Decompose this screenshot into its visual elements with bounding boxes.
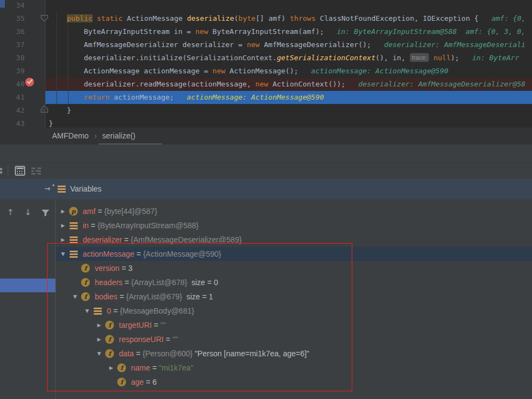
line-number-40[interactable]: 40 [0,78,25,91]
line-number-36[interactable]: 36 [0,25,25,38]
layout-settings-icon[interactable] [31,167,41,175]
code-token: } [49,119,53,128]
code-token: ByteArrayInputStream in = [84,27,196,36]
parameter-icon: p [67,207,79,216]
code-token: return [84,93,110,101]
code-line-41: return actionMessage; actionMessage: Act… [45,91,532,104]
variable-type-ref: {byte[44]@587} [104,207,157,216]
focus-pin-icon[interactable]: → [44,184,54,193]
equals-sign: = [89,221,98,230]
breadcrumb: AMFDemo›serialize() [0,128,532,144]
code-token: ByteArrayInputStream(amf); [208,27,324,36]
code-line-40: deserializer.readMessage(actionMessage, … [45,78,532,91]
code-token: new [213,67,225,75]
code-token: } [67,106,71,114]
variable-type-ref: {ByteArrayInputStream@588} [98,221,199,230]
debug-toolbar [0,163,532,179]
code-token [429,54,433,62]
line-number-39[interactable]: 39 [0,65,25,78]
code-token: ); [451,54,460,62]
line-number-38[interactable]: 38 [0,51,25,65]
parameter-name-hint: trace: [410,53,430,62]
code-editor: public static ActionMessage deserialize(… [0,0,532,128]
breakpoint-icon[interactable] [25,78,34,86]
code-line-36: ByteArrayInputStream in = new ByteArrayI… [45,25,532,38]
table-view-icon[interactable] [15,166,25,176]
variables-header: → Variables [0,179,532,199]
fold-end-icon[interactable] [40,105,49,116]
code-token: ( [234,14,238,22]
code-line-39: ActionMessage actionMessage = new Action… [45,65,532,78]
code-line-43: } [45,117,532,128]
chevron-collapsed-icon[interactable]: ▶ [59,223,67,228]
code-token: AmfMessageDeserializer(); [260,41,371,49]
line-number-41[interactable]: 41 [0,91,25,104]
filter-funnel-icon[interactable] [41,209,50,219]
chevron-collapsed-icon[interactable]: ▶ [59,237,67,242]
line-numbers[interactable]: 34353637383940414243 [0,0,25,128]
code-token: new [196,27,208,36]
ide-window: { "colors": { "editor_bg": "#2B2B2B", "p… [0,0,532,399]
code-token: ClassNotFoundException, IOException { [316,14,478,22]
code-line-35: public static ActionMessage deserialize(… [45,12,532,25]
code-token: deserialize [187,14,234,22]
inline-debug-hint: deserializer: AmfMessageDeserializer@58 [345,80,525,88]
code-token: byte [238,14,255,22]
inline-debug-hint: in: ByteArrayInputStream@588 amf: {0, 3,… [324,27,525,36]
code-token [93,14,97,22]
indent-guide [68,25,68,105]
code-token: ActionMessage actionMessage = [84,67,213,75]
arrow-down-icon[interactable]: ↓ [23,207,33,218]
code-token: deserializer.readMessage(actionMessage, [84,80,255,88]
code-token: static [97,14,123,22]
code-token: throws [290,14,316,22]
gutter-separator [45,0,45,128]
code-token: public [67,14,93,22]
code-token: getSerializationContext [277,54,375,62]
breadcrumb-item-class[interactable]: AMFDemo [52,131,89,140]
code-token: (), in, [375,54,410,62]
code-token: new [255,80,268,88]
arrow-up-icon[interactable]: ↑ [5,207,15,218]
code-token: ActionMessage(); [225,67,298,75]
code-token: new [247,41,259,49]
clipped-toolbar-icon[interactable] [0,167,3,176]
value-bars-icon [67,222,79,229]
variable-name: in [83,221,89,230]
indent-guide [56,12,57,105]
line-number-35[interactable]: 35 [0,12,25,25]
code-lines: public static ActionMessage deserialize(… [45,0,532,128]
code-token: ActionContext()); [268,80,346,88]
code-token: deserializer.initialize(SerializationCon… [84,54,277,62]
variable-row-amf[interactable]: ▶pamf = {byte[44]@587} [56,204,532,218]
code-token: actionMessage; [110,93,174,101]
variables-tab-icon [58,186,66,193]
variables-tab-title[interactable]: Variables [70,179,101,199]
inline-debug-hint: in: ByteArr [459,54,519,62]
line-number-37[interactable]: 37 [0,38,25,51]
annotation-rectangle [47,243,352,391]
breadcrumb-item-method[interactable]: serialize() [102,131,136,140]
code-token: null [433,54,450,62]
line-number-34[interactable]: 34 [0,0,25,12]
breadcrumb-separator-icon: › [94,131,97,140]
code-token: ActionMessage [123,14,187,22]
code-token: [] amf) [255,14,290,22]
code-token: AmfMessageDeserializer deserializer = [84,41,247,49]
value-bars-icon [67,236,79,244]
code-line-34 [45,0,532,12]
equals-sign: = [95,207,104,216]
inline-debug-hint: actionMessage: ActionMessage@590 [298,67,448,75]
code-line-42: } [45,104,532,117]
inline-debug-hint: deserializer: AmfMessageDeseriali [371,41,525,49]
inline-debug-hint: amf: {0, [478,14,525,22]
code-line-38: deserializer.initialize(SerializationCon… [45,51,532,65]
line-number-43[interactable]: 43 [0,117,25,128]
line-number-42[interactable]: 42 [0,104,25,117]
toolbar-separator [8,166,8,176]
fold-start-icon[interactable] [40,14,49,25]
editor-gutter[interactable]: 34353637383940414243 [0,0,45,128]
code-line-37: AmfMessageDeserializer deserializer = ne… [45,38,532,51]
chevron-collapsed-icon[interactable]: ▶ [59,209,67,214]
variable-row-in[interactable]: ▶in = {ByteArrayInputStream@588} [56,218,532,233]
